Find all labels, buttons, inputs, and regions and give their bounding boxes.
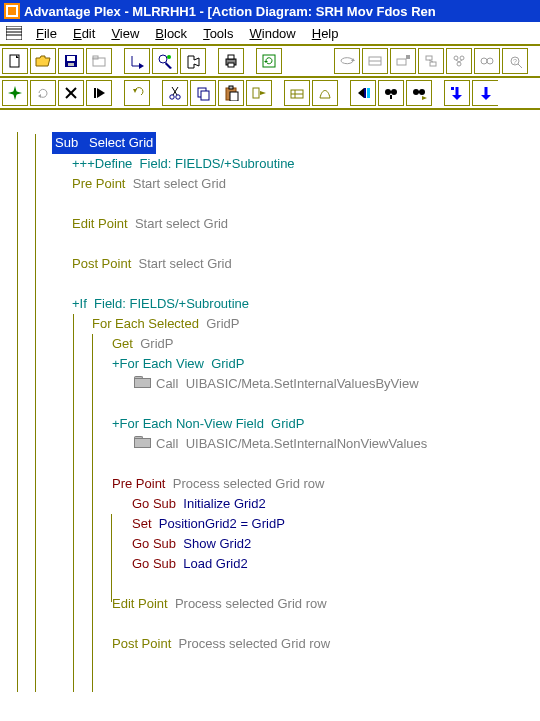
step-over-icon[interactable] bbox=[152, 48, 178, 74]
toolbar-1: ? bbox=[0, 46, 540, 78]
svg-marker-48 bbox=[133, 89, 137, 93]
menu-window[interactable]: Window bbox=[241, 26, 303, 41]
tool-w1-icon[interactable] bbox=[284, 80, 310, 106]
svg-rect-58 bbox=[253, 88, 259, 98]
tool-goto-mark-icon[interactable] bbox=[350, 80, 376, 106]
tool-b3-icon[interactable] bbox=[390, 48, 416, 74]
print-icon[interactable] bbox=[218, 48, 244, 74]
val-editpoint2: Process selected Grid row bbox=[175, 594, 327, 614]
svg-rect-10 bbox=[67, 56, 75, 61]
toolbar-separator bbox=[208, 48, 218, 74]
val-postpoint2: Process selected Grid row bbox=[179, 634, 331, 654]
save-icon[interactable] bbox=[58, 48, 84, 74]
kw-prepoint2: Pre Point bbox=[112, 474, 165, 494]
step-into-icon[interactable] bbox=[124, 48, 150, 74]
toolbar-separator bbox=[114, 48, 124, 74]
val-gosub3: Load Grid2 bbox=[183, 554, 247, 574]
folder-icon bbox=[134, 374, 150, 387]
tree-row-postpoint1[interactable]: Post Point Start select Grid bbox=[12, 254, 540, 274]
val-call1: UIBASIC/Meta.SetInternalValuesByView bbox=[186, 374, 419, 394]
refresh-icon[interactable] bbox=[256, 48, 282, 74]
tool-rotate-icon[interactable] bbox=[30, 80, 56, 106]
folder-icon[interactable] bbox=[86, 48, 112, 74]
menu-tools[interactable]: Tools bbox=[195, 26, 241, 41]
tree-row-foreachsel[interactable]: For Each Selected GridP bbox=[12, 314, 540, 334]
kw-call1: Call bbox=[156, 374, 178, 394]
svg-marker-64 bbox=[358, 88, 364, 98]
tool-b7-icon[interactable]: ? bbox=[502, 48, 528, 74]
copy-icon[interactable] bbox=[190, 80, 216, 106]
svg-marker-42 bbox=[8, 91, 22, 95]
tool-w2-icon[interactable] bbox=[312, 80, 338, 106]
svg-rect-77 bbox=[451, 87, 454, 90]
cut-icon[interactable] bbox=[162, 80, 188, 106]
kw-call2: Call bbox=[156, 434, 178, 454]
tool-b6-icon[interactable] bbox=[474, 48, 500, 74]
tool-b2-icon[interactable] bbox=[362, 48, 388, 74]
move-right-icon[interactable] bbox=[246, 80, 272, 106]
tree-row-prepoint1[interactable]: Pre Point Start select Grid bbox=[12, 174, 540, 194]
new-icon[interactable] bbox=[2, 48, 28, 74]
svg-point-31 bbox=[454, 56, 458, 60]
val-gosub1: Initialize Grid2 bbox=[183, 494, 265, 514]
val-sub: Select Grid bbox=[89, 135, 153, 150]
svg-marker-79 bbox=[481, 95, 491, 100]
toolbar-separator bbox=[246, 48, 256, 74]
kw-prepoint1: Pre Point bbox=[72, 174, 125, 194]
tool-b1-icon[interactable] bbox=[334, 48, 360, 74]
menu-edit[interactable]: Edit bbox=[65, 26, 103, 41]
open-icon[interactable] bbox=[30, 48, 56, 74]
kw-sub: Sub bbox=[55, 135, 78, 150]
tree-line bbox=[92, 334, 93, 692]
tool-b4-icon[interactable] bbox=[418, 48, 444, 74]
svg-point-32 bbox=[460, 56, 464, 60]
svg-rect-56 bbox=[229, 86, 233, 89]
arrow-down-blue-2-icon[interactable] bbox=[472, 80, 498, 106]
kw-get: Get bbox=[112, 334, 133, 354]
svg-point-52 bbox=[176, 95, 180, 99]
svg-marker-16 bbox=[165, 62, 172, 69]
svg-rect-54 bbox=[201, 91, 209, 100]
val-foreachnv: GridP bbox=[271, 414, 304, 434]
tree-row-define[interactable]: +++Define Field: FIELDS/+Subroutine bbox=[12, 154, 540, 174]
kw-if: +If bbox=[72, 294, 87, 314]
svg-rect-66 bbox=[367, 88, 370, 98]
tree-row-if[interactable]: +If Field: FIELDS/+Subroutine bbox=[12, 294, 540, 314]
svg-rect-26 bbox=[397, 59, 406, 65]
undo-icon[interactable] bbox=[124, 80, 150, 106]
menu-block[interactable]: Block bbox=[147, 26, 195, 41]
tool-goto-start-icon[interactable] bbox=[86, 80, 112, 106]
val-prepoint1: Start select Grid bbox=[133, 174, 226, 194]
menu-help[interactable]: Help bbox=[304, 26, 347, 41]
kw-postpoint2: Post Point bbox=[112, 634, 171, 654]
stop-icon[interactable] bbox=[180, 48, 206, 74]
tree-line bbox=[111, 514, 112, 602]
menu-view[interactable]: View bbox=[103, 26, 147, 41]
svg-marker-47 bbox=[97, 88, 105, 98]
find-icon[interactable] bbox=[378, 80, 404, 106]
menubar: File Edit View Block Tools Window Help bbox=[0, 22, 540, 46]
svg-marker-8 bbox=[36, 56, 50, 66]
kw-postpoint1: Post Point bbox=[72, 254, 131, 274]
paste-icon[interactable] bbox=[218, 80, 244, 106]
tree-row-editpoint1[interactable]: Edit Point Start select Grid bbox=[12, 214, 540, 234]
svg-marker-76 bbox=[452, 95, 462, 100]
val-gosub2: Show Grid2 bbox=[183, 534, 251, 554]
svg-point-33 bbox=[457, 62, 461, 66]
svg-point-37 bbox=[487, 58, 493, 64]
svg-rect-27 bbox=[406, 55, 410, 59]
control-icon[interactable] bbox=[6, 26, 22, 40]
tool-b5-icon[interactable] bbox=[446, 48, 472, 74]
val-define: Field: FIELDS/+Subroutine bbox=[140, 154, 295, 174]
svg-line-49 bbox=[172, 87, 177, 95]
arrow-down-blue-icon[interactable] bbox=[444, 80, 470, 106]
val-get: GridP bbox=[140, 334, 173, 354]
toolbar-2 bbox=[0, 78, 540, 110]
menu-file[interactable]: File bbox=[28, 26, 65, 41]
svg-point-17 bbox=[167, 55, 171, 59]
tree-row-sub[interactable]: Sub Select Grid bbox=[12, 132, 540, 154]
tool-delete-icon[interactable] bbox=[58, 80, 84, 106]
find-next-icon[interactable] bbox=[406, 80, 432, 106]
svg-marker-43 bbox=[38, 94, 41, 98]
tool-compass-icon[interactable] bbox=[2, 80, 28, 106]
